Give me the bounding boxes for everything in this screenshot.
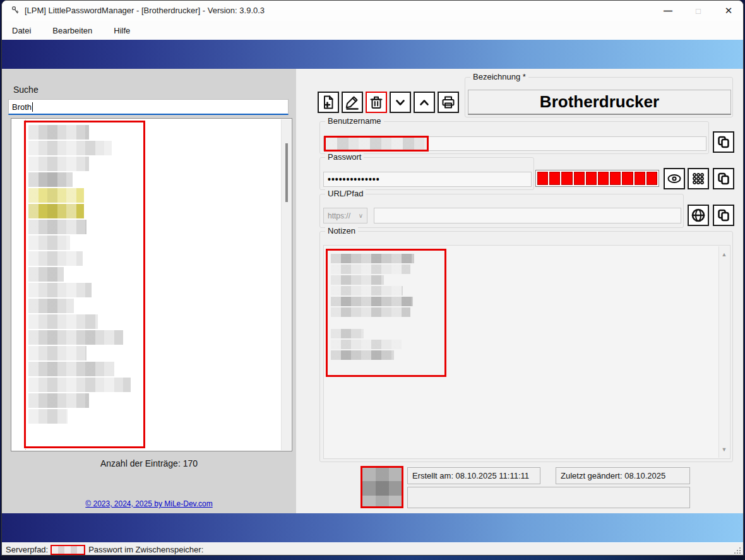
desktop-edge	[0, 556, 745, 560]
modified-timestamp: Zuletzt geändert: 08.10.2025	[561, 471, 665, 480]
modified-timestamp-box: Zuletzt geändert: 08.10.2025	[556, 467, 690, 484]
open-url-button[interactable]	[688, 205, 709, 226]
notizen-textarea[interactable]: ▲ ▼	[323, 245, 730, 459]
move-up-button[interactable]	[414, 92, 435, 113]
redacted-note-row	[331, 254, 414, 263]
entry-image-redacted[interactable]	[361, 466, 403, 508]
redacted-entry-row	[28, 188, 84, 203]
scroll-up-arrow[interactable]: ▲	[719, 251, 729, 258]
redacted-entry-row	[28, 362, 114, 376]
copy-username-button[interactable]	[713, 131, 734, 153]
redacted-note-row	[331, 340, 402, 349]
created-timestamp: Erstellt am: 08.10.2025 11:11:11	[412, 471, 529, 480]
redacted-entry-row	[28, 204, 84, 218]
copyright-link[interactable]: © 2023, 2024, 2025 by MiLe-Dev.com	[85, 499, 212, 508]
keypad-icon	[691, 171, 706, 186]
strength-segment	[610, 172, 621, 185]
delete-entry-button[interactable]	[366, 92, 387, 113]
minimize-button[interactable]: —	[662, 6, 674, 16]
redacted-entry-row	[28, 299, 74, 313]
redacted-entry-row	[28, 283, 92, 297]
entry-list[interactable]	[11, 118, 292, 451]
benutzername-groupbox: Benutzername	[319, 121, 709, 154]
benutzername-label: Benutzername	[325, 117, 384, 126]
strength-segment	[574, 172, 585, 185]
info-empty-box	[407, 487, 690, 508]
print-button[interactable]	[438, 92, 459, 113]
copy-icon	[716, 171, 731, 186]
app-window: [LPM] LittlePasswordManager - [Brotherdr…	[1, 0, 744, 556]
edit-icon	[345, 95, 360, 110]
password-generator-button[interactable]	[688, 168, 709, 189]
new-entry-button[interactable]	[318, 92, 339, 113]
redacted-entry-row	[28, 172, 73, 187]
menu-bar: Datei Bearbeiten Hilfe	[2, 21, 743, 40]
created-timestamp-box: Erstellt am: 08.10.2025 11:11:11	[407, 467, 540, 484]
chevron-down-icon: ∨	[359, 212, 363, 219]
menu-hilfe[interactable]: Hilfe	[114, 26, 130, 35]
strength-segment	[635, 172, 645, 185]
redacted-note-row	[331, 286, 403, 295]
url-groupbox: URL/Pfad https:// ∨	[319, 194, 684, 228]
new-entry-icon	[321, 95, 336, 110]
status-bar: Serverpfad: Passwort im Zwischenspeicher…	[2, 542, 743, 556]
redacted-note-row	[331, 265, 410, 274]
entry-list-scrollbar[interactable]	[281, 119, 291, 450]
clipboard-status-label: Passwort im Zwischenspeicher:	[88, 545, 203, 554]
search-input[interactable]: Broth	[8, 99, 289, 115]
strength-segment	[537, 172, 548, 185]
notizen-scrollbar[interactable]: ▲ ▼	[718, 246, 729, 458]
eye-icon	[667, 171, 682, 186]
strength-segment	[561, 172, 572, 185]
copy-password-button[interactable]	[713, 168, 734, 189]
password-strength-bar	[535, 170, 659, 187]
url-protocol-select[interactable]: https:// ∨	[323, 208, 367, 223]
url-label: URL/Pfad	[325, 189, 366, 198]
redacted-entry-row	[28, 125, 89, 140]
title-bar: [LPM] LittlePasswordManager - [Brotherdr…	[2, 1, 743, 21]
strength-segment	[598, 172, 609, 185]
menu-datei[interactable]: Datei	[12, 26, 31, 35]
entries-count-label: Anzahl der Einträge: 170	[2, 458, 296, 468]
redacted-entry-row	[28, 409, 68, 424]
entry-list-redacted-region[interactable]	[24, 121, 145, 448]
search-value: Broth	[12, 102, 32, 112]
redacted-entry-row	[28, 251, 83, 266]
chevron-down-icon	[393, 95, 408, 110]
redacted-entry-row	[28, 346, 86, 360]
scroll-down-arrow[interactable]: ▼	[719, 446, 729, 453]
move-down-button[interactable]	[390, 92, 411, 113]
redacted-note-row	[331, 329, 364, 338]
menu-bearbeiten[interactable]: Bearbeiten	[52, 26, 92, 35]
redacted-entry-row	[28, 235, 70, 250]
delete-icon	[369, 95, 384, 110]
url-input[interactable]	[374, 208, 681, 223]
maximize-button[interactable]: □	[693, 6, 704, 16]
scrollbar-thumb[interactable]	[285, 143, 288, 202]
url-protocol-value: https://	[328, 211, 350, 220]
entry-toolbar	[318, 92, 459, 113]
redacted-entry-row	[28, 330, 123, 345]
chevron-up-icon	[417, 95, 432, 110]
benutzername-input[interactable]	[323, 136, 706, 151]
strength-segment	[586, 172, 597, 185]
serverpfad-label: Serverpfad:	[6, 545, 48, 554]
copy-url-button[interactable]	[713, 205, 734, 226]
text-caret	[32, 102, 33, 112]
redacted-note-row	[331, 350, 394, 360]
redacted-entry-row	[28, 220, 86, 234]
passwort-input[interactable]: ••••••••••••••	[323, 172, 532, 187]
resize-grip[interactable]	[733, 546, 741, 554]
passwort-label: Passwort	[325, 153, 364, 162]
redacted-entry-row	[28, 157, 89, 171]
bezeichnung-value: Brotherdrucker	[540, 92, 659, 112]
edit-entry-button[interactable]	[342, 92, 363, 113]
redacted-entry-row	[28, 314, 98, 329]
bezeichnung-field[interactable]: Brotherdrucker	[468, 90, 731, 115]
footer-gradient-banner	[2, 513, 743, 542]
show-password-button[interactable]	[664, 168, 685, 189]
print-icon	[441, 95, 456, 110]
close-button[interactable]: ✕	[723, 5, 734, 16]
redacted-note-row	[331, 275, 384, 285]
copy-icon	[716, 134, 731, 150]
